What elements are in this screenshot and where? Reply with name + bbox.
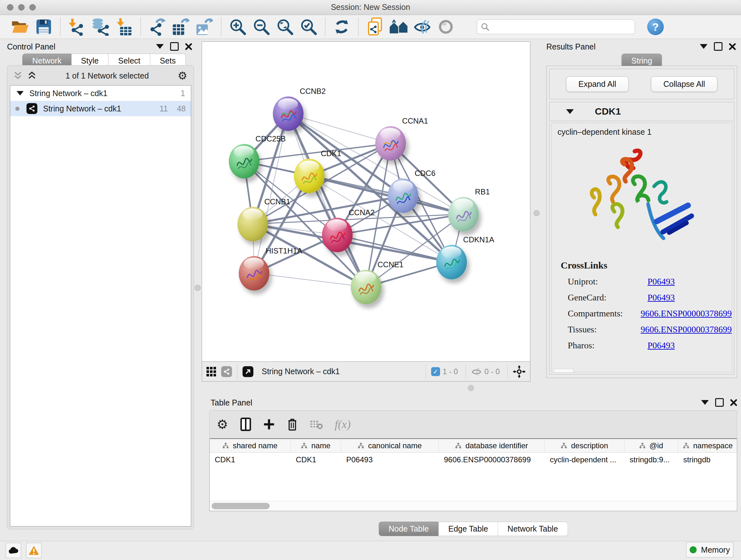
network-node-cdk1[interactable]	[294, 159, 325, 193]
detach-view-icon[interactable]	[243, 366, 253, 377]
table-horizontal-scrollbar[interactable]	[210, 501, 737, 511]
open-session-button[interactable]	[10, 17, 30, 37]
destroy-table-icon[interactable]	[310, 419, 323, 429]
cell-description[interactable]: cyclin-dependent ...	[545, 453, 624, 467]
cell-namespace[interactable]: stringdb	[678, 453, 737, 467]
panel-float-icon[interactable]	[170, 42, 179, 51]
cell-name[interactable]: CDK1	[291, 453, 341, 467]
crosslinks-title: CrossLinks	[561, 260, 732, 271]
results-scrollbar-thumb[interactable]	[554, 369, 574, 373]
zoom-fit-button[interactable]	[275, 17, 295, 37]
network-node-label: HIST1H1A	[266, 246, 302, 255]
import-table-button[interactable]	[114, 17, 134, 37]
network-node-cdc6[interactable]	[388, 179, 418, 213]
right-splitter-grip[interactable]	[534, 210, 540, 216]
save-session-button[interactable]	[33, 17, 54, 37]
column-header-id[interactable]: @id	[624, 439, 678, 452]
panel-float-icon[interactable]	[714, 42, 723, 51]
tab-edge-table[interactable]: Edge Table	[439, 522, 498, 536]
tree-row-collection[interactable]: String Network – cdk1 1	[10, 85, 191, 101]
export-network-button[interactable]	[147, 17, 167, 37]
warnings-button[interactable]	[26, 543, 42, 558]
network-node-cdc25b[interactable]	[229, 144, 259, 179]
tab-network-table[interactable]: Network Table	[498, 522, 568, 536]
table-row[interactable]: CDK1 CDK1 P06493 9606.ENSP00000378699 cy…	[210, 453, 737, 467]
help-button[interactable]: ?	[647, 18, 664, 35]
cell-id[interactable]: stringdb:9...	[624, 453, 678, 467]
panel-close-icon[interactable]	[730, 399, 737, 406]
expand-all-icon[interactable]	[27, 71, 37, 80]
node-name: CDK1	[595, 106, 621, 117]
panel-menu-icon[interactable]	[156, 44, 164, 49]
scrollbar-thumb[interactable]	[212, 503, 270, 509]
create-column-plus-icon[interactable]	[263, 419, 275, 430]
network-canvas[interactable]: CCNB2CCNA1CDC25BCDK1CDC6RB1CCNB1CCNA2CDK…	[202, 42, 530, 362]
export-image-button[interactable]	[194, 17, 215, 37]
tree-expand-icon[interactable]	[17, 91, 23, 96]
network-node-ccnb1[interactable]	[238, 207, 268, 241]
search-input[interactable]	[492, 22, 631, 32]
hide-unhide-button[interactable]	[412, 17, 432, 37]
network-view-mode-icon[interactable]	[221, 366, 232, 377]
zoom-out-button[interactable]	[251, 17, 272, 37]
tab-node-table[interactable]: Node Table	[379, 522, 439, 536]
network-node-hist1h1a[interactable]	[239, 256, 269, 291]
inactive-orb-button[interactable]	[435, 17, 456, 37]
column-header-canonical-name[interactable]: canonical name	[341, 439, 439, 452]
network-node-rb1[interactable]	[448, 197, 479, 232]
network-view-toolbar: String Network – cdk1 ✓ 1 - 0 0 - 0	[202, 362, 530, 381]
memory-button[interactable]: Memory	[686, 542, 733, 557]
panel-float-icon[interactable]	[715, 398, 724, 407]
zoom-selected-button[interactable]	[298, 17, 319, 37]
crosslink-pharos[interactable]: P06493	[648, 340, 675, 351]
column-header-name[interactable]: name	[291, 439, 341, 452]
column-header-shared-name[interactable]: shared name	[210, 439, 291, 452]
node-result-header[interactable]: CDK1	[549, 102, 734, 121]
network-node-cdkn1a[interactable]	[436, 245, 467, 279]
zoom-in-button[interactable]	[227, 17, 248, 37]
birdseye-view-button[interactable]	[388, 17, 409, 37]
tree-row-network[interactable]: String Network – cdk1 11 48	[10, 101, 191, 116]
crosslink-uniprot[interactable]: P06493	[648, 276, 675, 287]
panel-close-icon[interactable]	[729, 43, 736, 50]
network-icon	[26, 103, 37, 114]
cloud-status-button[interactable]	[6, 543, 21, 558]
network-node-ccne1[interactable]	[351, 270, 381, 304]
delete-column-trash-icon[interactable]	[287, 418, 298, 431]
table-options-gear-icon[interactable]: ⚙	[217, 418, 228, 431]
bottom-splitter-grip[interactable]	[468, 385, 474, 391]
import-network-button[interactable]	[67, 17, 87, 37]
reposition-crosshair-icon[interactable]	[513, 365, 526, 378]
left-splitter-grip[interactable]	[195, 285, 201, 291]
panel-menu-icon[interactable]	[701, 400, 709, 405]
import-network-from-database-button[interactable]	[90, 17, 111, 37]
show-columns-icon[interactable]	[240, 418, 251, 431]
control-panel-title: Control Panel	[7, 42, 55, 51]
expand-all-button[interactable]: Expand All	[566, 76, 629, 92]
grid-mode-icon[interactable]	[206, 367, 216, 376]
crosslink-compartments[interactable]: 9606.ENSP00000378699	[641, 308, 732, 319]
crosslink-tissues[interactable]: 9606.ENSP00000378699	[641, 324, 732, 334]
cell-database-identifier[interactable]: 9606.ENSP00000378699	[439, 453, 545, 467]
collapse-all-button[interactable]: Collapse All	[651, 76, 718, 92]
selected-checkbox[interactable]: ✓	[431, 367, 440, 376]
column-header-database-identifier[interactable]: database identifier	[439, 439, 545, 452]
cell-shared-name[interactable]: CDK1	[210, 453, 291, 467]
gear-icon[interactable]: ⚙	[178, 70, 187, 81]
clone-network-button[interactable]	[365, 17, 385, 37]
hidden-eye-icon[interactable]	[471, 368, 482, 376]
cell-canonical-name[interactable]: P06493	[341, 453, 439, 467]
collapse-all-icon[interactable]	[13, 71, 23, 80]
function-builder-icon[interactable]: f(x)	[335, 418, 351, 431]
export-table-button[interactable]	[171, 17, 191, 37]
network-node-ccna2[interactable]	[322, 218, 353, 252]
collapse-entry-icon[interactable]	[566, 109, 574, 114]
crosslink-genecard[interactable]: P06493	[648, 293, 675, 303]
network-node-ccna1[interactable]	[375, 126, 406, 161]
refresh-view-button[interactable]	[332, 17, 352, 37]
panel-menu-icon[interactable]	[700, 44, 708, 49]
panel-close-icon[interactable]	[185, 43, 192, 50]
column-header-description[interactable]: description	[545, 439, 624, 452]
column-header-namespace[interactable]: namespace	[678, 439, 737, 452]
network-node-ccnb2[interactable]	[273, 97, 304, 131]
